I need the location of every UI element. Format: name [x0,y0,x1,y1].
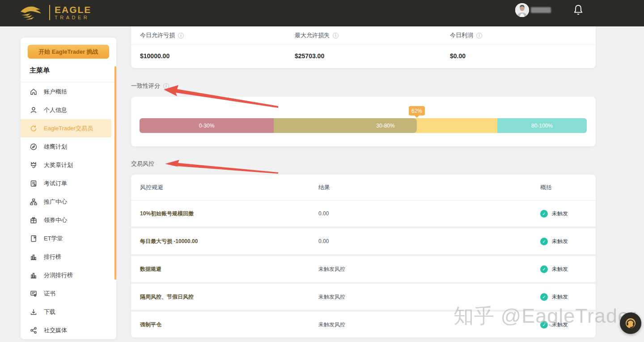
headset-icon [624,316,637,330]
rule-name: 强制平仓 [131,321,309,329]
sidebar-item-label: 雄鹰计划 [44,143,67,151]
coupon-icon [30,216,38,224]
sidebar-item-exam-orders[interactable]: 考试订单 [21,174,116,192]
sidebar-nav: 账户概括 个人信息 EagleTrader交易员 雄鹰计划 大奖章计划 [21,82,116,339]
sidebar-item-personal-info[interactable]: 个人信息 [21,101,116,119]
sidebar-item-eagle-plan[interactable]: 雄鹰计划 [21,137,116,156]
user-icon [30,106,38,114]
sidebar-item-label: 推广中心 [44,198,67,206]
column-header-rule: 风控规避 [131,184,309,192]
sidebar-item-et-school[interactable]: ET学堂 [21,229,116,248]
table-row[interactable]: 数据规避 未触发风控 ✓ 未触发 [131,256,596,282]
stat-header-max-allowed-loss: 最大允许损失 i [286,26,441,44]
consistency-score-bar: 0-30% 30-80% 80-100% 62% [140,118,587,133]
sidebar-item-eagletrader-trader[interactable]: EagleTrader交易员 [21,119,111,137]
topbar: EAGLE TRADER [0,0,644,26]
social-icon [30,326,38,334]
sidebar-item-certificate[interactable]: 证书 [21,284,116,303]
rule-name: 数据规避 [131,265,309,273]
segment-0-30: 0-30% [140,118,274,133]
sidebar-section-title: 主菜单 [30,66,50,75]
status-label: 未触发 [552,210,568,218]
stat-header-today-profit: 今日利润 i [441,26,596,44]
compass-icon [30,143,38,151]
sidebar-item-coupon-center[interactable]: 领券中心 [21,211,116,229]
sidebar-item-label: 下载 [44,308,55,316]
consistency-title: 一致性评分 [131,82,160,90]
red-arrow-risk [165,160,278,174]
stat-value-today-profit: $0.00 [441,44,596,68]
school-icon [30,235,38,243]
consistency-section-label: 一致性评分 i [131,82,169,90]
risk-title: 交易风控 [131,160,154,168]
customer-service-button[interactable] [620,312,641,334]
home-icon [30,88,38,96]
download-icon [30,308,38,316]
logo-divider [49,5,50,20]
promotion-icon [30,198,38,206]
daily-stats-card: 今日允许亏损 i 最大允许损失 i 今日利润 i $10000.00 $2570… [131,26,596,68]
rule-result: 未触发风控 [309,293,531,301]
table-row[interactable]: 10%初始账号规模回撤 0.00 ✓ 未触发 [131,201,596,227]
sidebar-item-label: 分润排行榜 [44,271,73,279]
consistency-score-card: 0-30% 30-80% 80-100% 62% [131,97,596,146]
check-icon: ✓ [540,238,548,245]
segment-label: 80-100% [531,123,553,129]
sidebar-item-social-media[interactable]: 社交媒体 [21,321,116,339]
notification-bell-icon[interactable] [573,4,583,16]
stats-divider [131,44,596,45]
watermark: 知乎 @EagleTrader [453,303,636,329]
profit-ranking-icon [30,271,38,279]
sidebar-item-label: 领券中心 [44,216,67,224]
logo-text-secondary: TRADER [55,14,91,21]
stat-label: 今日利润 [450,31,473,39]
check-icon: ✓ [540,293,548,301]
sidebar-item-medal-plan[interactable]: 大奖章计划 [21,156,116,174]
exam-order-icon [30,180,38,188]
column-header-result: 结果 [309,184,531,192]
user-avatar[interactable] [515,3,529,17]
eagle-icon [19,4,45,21]
sidebar-scrollbar[interactable] [114,66,116,280]
rule-status: ✓ 未触发 [531,210,596,218]
segment-80-100: 80-100% [497,118,587,133]
sidebar-item-download[interactable]: 下载 [21,303,116,321]
info-icon[interactable]: i [333,33,339,38]
sidebar-item-label: ET学堂 [44,235,63,243]
status-label: 未触发 [552,238,568,245]
rule-name: 10%初始账号规模回撤 [131,210,309,218]
sidebar-item-account-overview[interactable]: 账户概括 [21,82,116,101]
sidebar-item-label: 个人信息 [44,106,67,114]
score-tooltip: 62% [409,106,425,115]
rule-status: ✓ 未触发 [531,238,596,245]
sidebar-item-ranking[interactable]: 排行榜 [21,248,116,266]
logo: EAGLE TRADER [19,4,91,21]
risk-table-header: 风控规避 结果 概括 [131,175,596,200]
refresh-icon [30,124,38,133]
logo-text-primary: EAGLE [55,5,91,14]
sidebar-item-label: 考试订单 [44,180,67,188]
info-icon[interactable]: i [178,33,184,38]
sidebar-item-label: 账户概括 [44,88,67,96]
table-row[interactable]: 每日最大亏损 -10000.00 0.00 ✓ 未触发 [131,228,596,254]
segment-label: 0-30% [199,123,215,129]
sidebar-item-promotion-center[interactable]: 推广中心 [21,192,116,211]
sidebar-item-label: 证书 [44,290,55,298]
segment-30-80-filled [274,118,417,133]
ranking-icon [30,253,38,261]
info-icon[interactable]: i [476,33,482,38]
stat-header-daily-allowed-loss: 今日允许亏损 i [131,26,286,44]
sidebar-item-profit-ranking[interactable]: 分润排行榜 [21,266,116,284]
sidebar-item-label: EagleTrader交易员 [44,124,93,133]
check-icon: ✓ [540,210,548,218]
sidebar-item-label: 大奖章计划 [44,161,73,169]
sidebar: 开始 EagleTrader 挑战 主菜单 账户概括 个人信息 EagleTra… [21,38,116,339]
certificate-icon [30,290,38,298]
rule-status: ✓ 未触发 [531,265,596,273]
start-challenge-button[interactable]: 开始 EagleTrader 挑战 [28,45,109,59]
stat-label: 最大允许损失 [295,31,330,39]
check-icon: ✓ [540,265,548,273]
sidebar-item-label: 排行榜 [44,253,61,261]
info-icon[interactable]: i [163,83,169,89]
rule-result: 0.00 [309,238,531,244]
